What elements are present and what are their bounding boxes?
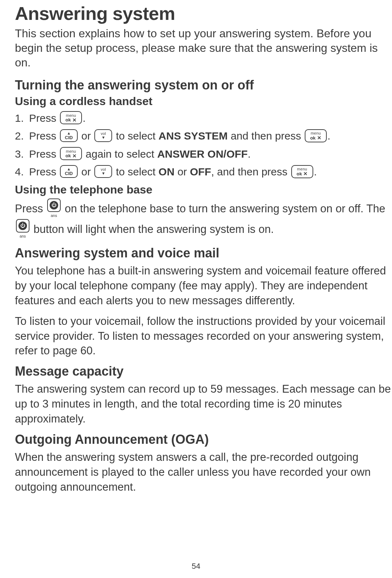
step-text: or — [78, 130, 94, 142]
subsection-telephone-base: Using the telephone base — [15, 183, 392, 196]
ans-power-button-icon: ⏻ ans — [16, 219, 29, 240]
menu-ok-key-icon: menu ok✕ — [291, 165, 313, 178]
cid-up-key-icon: ▲ CID — [60, 165, 78, 178]
menu-ok-key-icon: menu ok✕ — [60, 147, 82, 160]
mute-icon: ✕ — [72, 153, 77, 158]
step-text: . — [314, 166, 317, 178]
vol-down-key-icon: vol ▼ — [94, 129, 112, 142]
vol-down-key-icon: vol ▼ — [94, 165, 112, 178]
bold-answer-on-off: ANSWER ON/OFF — [157, 148, 248, 160]
step-text: or — [78, 166, 94, 178]
mute-icon: ✕ — [303, 171, 308, 176]
text: button will light when the answering sys… — [31, 223, 274, 235]
section-heading-capacity: Message capacity — [15, 364, 392, 379]
step-text: . — [248, 148, 250, 160]
ans-power-button-icon: ⏻ ans — [47, 198, 61, 219]
voicemail-paragraph-1: You telephone has a built-in answering s… — [15, 263, 392, 308]
step-text: and then press — [228, 130, 304, 142]
step-text: . — [83, 112, 85, 124]
text: Press — [15, 202, 46, 215]
step-text: again to select — [83, 148, 157, 160]
menu-ok-key-icon: menu ok✕ — [305, 129, 327, 142]
step-text: or — [175, 166, 190, 178]
step-text: , and then press — [211, 166, 290, 178]
voicemail-paragraph-2: To listen to your voicemail, follow the … — [15, 314, 392, 359]
section-heading-turning-on-off: Turning the answering system on or off — [15, 78, 392, 93]
step-3: Press menu ok✕ again to select ANSWER ON… — [15, 146, 392, 163]
page-title: Answering system — [15, 3, 392, 24]
step-text: Press — [29, 112, 59, 124]
base-paragraph: Press ⏻ ans on the telephone base to tur… — [15, 199, 392, 240]
oga-paragraph: When the answering system answers a call… — [15, 450, 392, 495]
section-heading-oga: Outgoing Announcement (OGA) — [15, 432, 392, 447]
bold-on: ON — [159, 166, 175, 178]
subsection-cordless-handset: Using a cordless handset — [15, 95, 392, 108]
steps-list: Press menu ok✕ . Press ▲ CID or vol ▼ to… — [15, 110, 392, 180]
step-text: to select — [113, 130, 158, 142]
step-text: to select — [113, 166, 158, 178]
step-2: Press ▲ CID or vol ▼ to select ANS SYSTE… — [15, 128, 392, 144]
step-text: . — [327, 130, 330, 142]
cid-up-key-icon: ▲ CID — [60, 129, 78, 142]
bold-ans-system: ANS SYSTEM — [159, 130, 228, 142]
capacity-paragraph: The answering system can record up to 59… — [15, 382, 392, 426]
step-text: Press — [29, 130, 59, 142]
bold-off: OFF — [190, 166, 211, 178]
intro-paragraph: This section explains how to set up your… — [15, 26, 392, 70]
mute-icon: ✕ — [72, 118, 77, 122]
page-number: 54 — [0, 562, 392, 571]
step-text: Press — [29, 166, 59, 178]
mute-icon: ✕ — [317, 135, 321, 140]
step-4: Press ▲ CID or vol ▼ to select ON or OFF… — [15, 164, 392, 180]
text: on the telephone base to turn the answer… — [62, 202, 385, 215]
manual-page: Answering system This section explains h… — [0, 0, 392, 578]
section-heading-voicemail: Answering system and voice mail — [15, 246, 392, 261]
step-1: Press menu ok✕ . — [15, 110, 392, 127]
step-text: Press — [29, 148, 59, 160]
menu-ok-key-icon: menu ok✕ — [60, 111, 82, 124]
